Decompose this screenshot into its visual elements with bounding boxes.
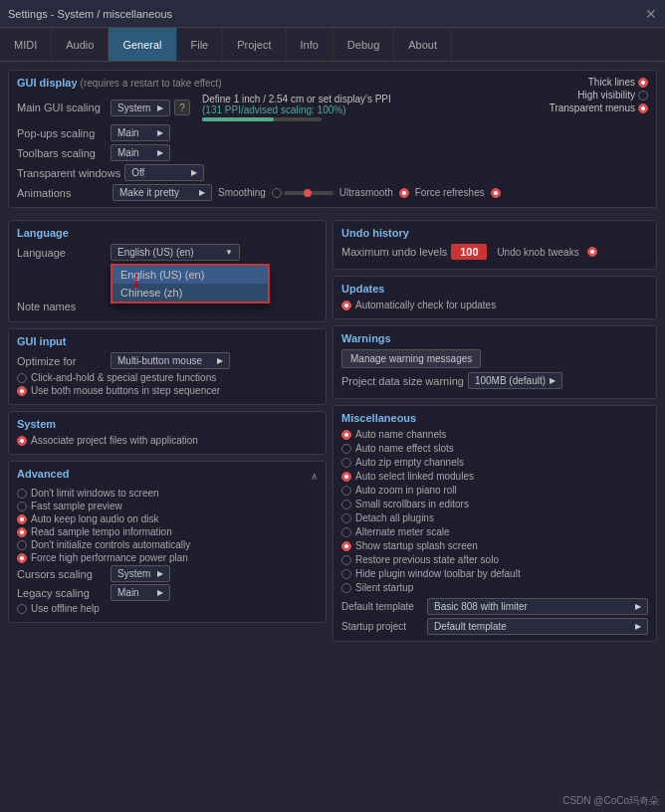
tab-audio[interactable]: Audio — [52, 28, 109, 61]
tab-midi[interactable]: MIDI — [0, 28, 52, 61]
undo-knob-radio[interactable] — [587, 247, 597, 257]
high-visibility-radio[interactable] — [638, 91, 648, 101]
smoothing-label: Smoothing — [218, 187, 266, 198]
undo-value[interactable]: 100 — [451, 244, 487, 260]
tab-general[interactable]: General — [109, 28, 176, 61]
adv-radio-4[interactable] — [17, 540, 27, 550]
misc-radio-5[interactable] — [341, 500, 351, 509]
toolbars-label: Toolbars scaling — [17, 147, 107, 159]
manage-warnings-btn[interactable]: Manage warning messages — [341, 349, 481, 368]
transparent-label: Transparent windows — [17, 167, 120, 179]
close-button[interactable]: ✕ — [645, 6, 657, 22]
misc-text-6: Detach all plugins — [355, 512, 434, 523]
misc-radio-0[interactable] — [341, 430, 351, 440]
gui-opt1-radio[interactable] — [17, 373, 27, 383]
default-template-dropdown[interactable]: Basic 808 with limiter ▶ — [427, 598, 648, 615]
project-data-dropdown[interactable]: 100MB (default)▶ — [468, 372, 562, 389]
warnings-section: Warnings Manage warning messages Project… — [332, 325, 657, 399]
ultrasmooth-radio[interactable] — [399, 188, 409, 198]
misc-list: Auto name channels Auto name effect slot… — [341, 429, 648, 595]
transparent-dropdown[interactable]: Off▶ — [124, 164, 204, 181]
misc-text-7: Alternate meter scale — [355, 526, 450, 537]
misc-title: Miscellaneous — [341, 412, 648, 424]
associate-radio[interactable] — [17, 436, 27, 446]
startup-project-label: Startup project — [341, 621, 421, 632]
misc-radio-8[interactable] — [341, 541, 351, 551]
tab-file[interactable]: File — [177, 28, 224, 61]
transparent-menus-radio[interactable] — [638, 103, 648, 113]
tab-info[interactable]: Info — [287, 28, 333, 61]
popups-label: Pop-ups scaling — [17, 127, 107, 139]
gui-input-section: GUI input Optimize for Multi-button mous… — [8, 328, 327, 405]
tab-debug[interactable]: Debug — [333, 28, 394, 61]
optimize-label: Optimize for — [17, 355, 107, 367]
auto-check-radio[interactable] — [341, 301, 351, 310]
misc-text-10: Hide plugin window toolbar by default — [355, 568, 521, 579]
gui-display-section: GUI display (requires a restart to take … — [8, 70, 657, 208]
advanced-collapse-btn[interactable]: ∧ — [311, 471, 318, 482]
language-dropdown-container: English (US) (en) ▼ English (US) (en) Ch… — [111, 244, 240, 261]
animations-label: Animations — [17, 187, 107, 199]
misc-radio-1[interactable] — [341, 444, 351, 454]
adv-text-3: Read sample tempo information — [31, 526, 172, 537]
misc-item-10: Hide plugin window toolbar by default — [341, 568, 648, 579]
help-button[interactable]: ? — [174, 100, 190, 115]
cursors-label: Cursors scaling — [17, 568, 107, 580]
project-data-label: Project data size warning — [341, 375, 464, 387]
adv-radio-2[interactable] — [17, 514, 27, 524]
system-title: System — [17, 418, 318, 430]
adv-radio-0[interactable] — [17, 489, 27, 499]
adv-radio-3[interactable] — [17, 527, 27, 537]
gui-opt1-row: Click-and-hold & special gesture functio… — [17, 372, 318, 383]
gui-opt1-text: Click-and-hold & special gesture functio… — [31, 372, 216, 383]
system-section: System Associate project files with appl… — [8, 411, 327, 455]
ppi-subtext: (131 PPI/advised scaling: 100%) — [202, 104, 391, 115]
transparent-row: Transparent windows Off▶ — [17, 164, 501, 181]
right-column: Undo history Maximum undo levels 100 Und… — [332, 220, 657, 642]
popups-dropdown[interactable]: Main▶ — [111, 124, 170, 141]
misc-radio-2[interactable] — [341, 458, 351, 468]
offline-help-radio[interactable] — [17, 604, 27, 614]
misc-radio-10[interactable] — [341, 569, 351, 579]
adv-radio-1[interactable] — [17, 502, 27, 511]
animations-row: Animations Make it pretty▶ Smoothing Ult… — [17, 184, 501, 201]
tab-project[interactable]: Project — [223, 28, 286, 61]
cursors-dropdown[interactable]: System▶ — [111, 565, 170, 582]
updates-title: Updates — [341, 283, 648, 295]
language-title: Language — [17, 227, 318, 239]
toolbars-dropdown[interactable]: Main▶ — [111, 144, 170, 161]
optimize-dropdown[interactable]: Multi-button mouse▶ — [111, 352, 230, 369]
language-dropdown[interactable]: English (US) (en) ▼ — [111, 244, 240, 261]
warnings-title: Warnings — [341, 332, 648, 344]
adv-radio-5[interactable] — [17, 553, 27, 563]
misc-radio-6[interactable] — [341, 513, 351, 523]
gui-opt2-radio[interactable] — [17, 386, 27, 396]
language-label: Language — [17, 247, 107, 259]
startup-project-dropdown[interactable]: Default template ▶ — [427, 618, 648, 635]
thick-lines-option: Thick lines — [588, 77, 648, 88]
main-gui-dropdown[interactable]: System▶ — [111, 100, 170, 116]
misc-radio-11[interactable] — [341, 583, 351, 593]
misc-radio-9[interactable] — [341, 555, 351, 565]
tab-about[interactable]: About — [394, 28, 452, 61]
transparent-menus-label: Transparent menus — [550, 102, 635, 113]
title-bar: Settings - System / miscellaneous ✕ — [0, 0, 665, 28]
default-template-row: Default template Basic 808 with limiter … — [341, 598, 648, 615]
misc-radio-4[interactable] — [341, 486, 351, 496]
advanced-header: Advanced ∧ — [17, 468, 318, 485]
adv-text-5: Force high performance power plan — [31, 552, 188, 563]
animations-dropdown[interactable]: Make it pretty▶ — [112, 184, 212, 201]
smoothing-radio[interactable] — [272, 188, 282, 198]
misc-radio-3[interactable] — [341, 472, 351, 482]
adv-item-1: Fast sample preview — [17, 501, 318, 511]
misc-text-3: Auto select linked modules — [355, 471, 474, 482]
legacy-dropdown[interactable]: Main▶ — [111, 584, 170, 601]
gui-input-title: GUI input — [17, 335, 318, 347]
misc-item-5: Small scrollbars in editors — [341, 499, 648, 509]
miscellaneous-section: Miscellaneous Auto name channels Auto na… — [332, 405, 657, 642]
force-refresh-radio[interactable] — [491, 188, 501, 198]
adv-item-2: Auto keep long audio on disk — [17, 513, 318, 524]
misc-item-2: Auto zip empty channels — [341, 457, 648, 468]
misc-radio-7[interactable] — [341, 527, 351, 537]
thick-lines-radio[interactable] — [638, 78, 648, 88]
